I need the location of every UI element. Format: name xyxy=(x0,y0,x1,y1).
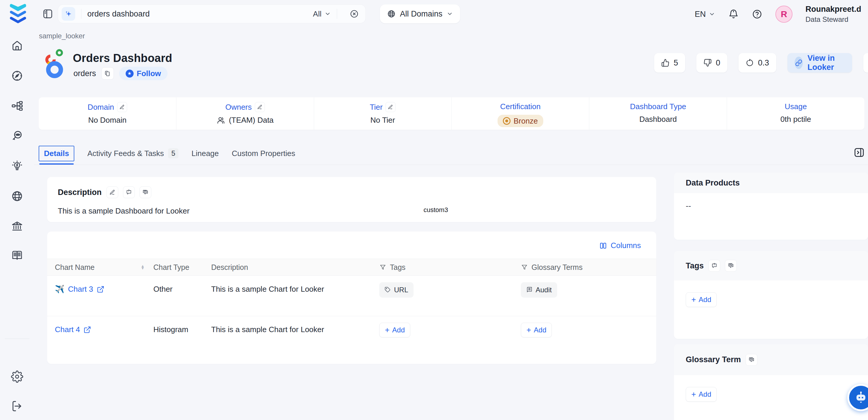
domain-label[interactable]: Domain xyxy=(88,102,114,112)
insights-bulb-icon[interactable] xyxy=(11,160,23,172)
user-info[interactable]: Rounakpreet.d Data Steward xyxy=(805,4,861,24)
home-icon[interactable] xyxy=(11,39,23,52)
tab-custom-properties[interactable]: Custom Properties xyxy=(232,149,295,158)
team-icon xyxy=(216,116,225,125)
certification-label[interactable]: Certification xyxy=(500,102,540,111)
owners-value[interactable]: (TEAM) Data xyxy=(229,116,274,125)
all-domains-label: All Domains xyxy=(400,9,442,19)
external-link-icon[interactable] xyxy=(97,286,104,293)
tag-pill-url[interactable]: URL xyxy=(379,282,413,298)
add-term-button[interactable]: + Add xyxy=(521,323,552,337)
discover-compass-icon[interactable] xyxy=(11,69,23,82)
meta-tier: Tier No Tier xyxy=(314,97,452,130)
more-actions-button[interactable]: ⋮ xyxy=(863,53,868,72)
follow-button[interactable]: ★ Follow xyxy=(119,67,167,80)
suggestions-bubbles-icon[interactable] xyxy=(140,186,151,198)
plus-icon: + xyxy=(385,326,390,335)
observe-search-eye-icon[interactable] xyxy=(11,130,23,142)
certification-badge[interactable]: Bronze xyxy=(498,115,543,127)
external-link-icon[interactable] xyxy=(84,326,91,334)
top-navigation-bar: orders dashboard All All Domains EN xyxy=(0,0,868,28)
filter-icon xyxy=(521,264,528,271)
downvote-button[interactable]: 0 xyxy=(696,53,727,72)
upvote-count: 5 xyxy=(674,58,678,67)
owners-label[interactable]: Owners xyxy=(225,102,252,112)
sort-icon[interactable]: ▲▼ xyxy=(141,265,145,270)
copy-icon[interactable] xyxy=(101,67,114,80)
view-in-looker-button[interactable]: View in Looker xyxy=(787,53,852,72)
suggestions-bubbles-icon[interactable] xyxy=(746,354,757,366)
kebab-icon: ⋮ xyxy=(866,57,868,68)
breadcrumb[interactable]: sample_looker xyxy=(39,32,85,40)
tab-details[interactable]: Details xyxy=(39,146,74,161)
edit-owners-icon[interactable] xyxy=(255,102,265,112)
tab-bar: Details Activity Feeds & Tasks 5 Lineage… xyxy=(39,144,295,162)
ai-sparkle-icon[interactable] xyxy=(62,7,75,21)
chevron-down-icon xyxy=(446,11,453,17)
term-label: Audit xyxy=(536,286,552,294)
chart-type-cell: Histogram xyxy=(153,316,211,357)
tab-activity-feeds[interactable]: Activity Feeds & Tasks 5 xyxy=(87,148,179,158)
help-icon[interactable] xyxy=(752,9,763,20)
meta-certification: Certification Bronze xyxy=(452,97,589,130)
avatar-initial: R xyxy=(781,9,787,19)
dashboard-type-value: Dashboard xyxy=(640,115,677,124)
language-selector[interactable]: EN xyxy=(694,10,715,19)
col-tags[interactable]: Tags xyxy=(379,263,521,272)
collapse-panel-icon[interactable] xyxy=(853,147,865,158)
chart-name-header: Chart Name xyxy=(55,263,95,272)
logout-icon[interactable] xyxy=(11,400,23,412)
popularity-score-button[interactable]: 0.3 xyxy=(739,53,776,72)
glossary-term-section: Glossary Term + Add xyxy=(674,344,868,420)
notifications-bell-icon[interactable] xyxy=(728,9,739,20)
divider xyxy=(81,9,82,19)
meta-dashboard-type: Dashboard Type Dashboard xyxy=(589,97,727,130)
edit-description-icon[interactable] xyxy=(106,186,118,198)
asset-subtitle: orders xyxy=(73,69,96,78)
tier-label[interactable]: Tier xyxy=(370,102,383,112)
usage-label[interactable]: Usage xyxy=(784,102,807,111)
robot-icon xyxy=(854,390,868,404)
term-pill-audit[interactable]: Audit xyxy=(521,282,557,298)
chart-3-link[interactable]: ✈️ Chart 3 xyxy=(55,284,104,294)
sidebar-toggle-icon[interactable] xyxy=(42,8,53,20)
star-icon: ★ xyxy=(126,69,134,78)
upvote-button[interactable]: 5 xyxy=(654,53,685,72)
question-bubble-icon[interactable]: ? xyxy=(708,260,720,272)
governance-bank-icon[interactable] xyxy=(11,220,23,233)
domain-value: No Domain xyxy=(88,116,127,125)
atlan-logo[interactable] xyxy=(9,3,27,24)
settings-gear-icon[interactable] xyxy=(11,370,23,383)
all-domains-filter[interactable]: All Domains xyxy=(380,4,460,23)
search-scope-dropdown[interactable]: All xyxy=(313,9,331,19)
lineage-graph-icon[interactable] xyxy=(11,100,23,112)
add-label: Add xyxy=(392,326,405,334)
suggestions-bubbles-icon[interactable] xyxy=(725,260,737,272)
col-glossary-terms[interactable]: Glossary Terms xyxy=(521,263,656,272)
question-bubble-icon[interactable]: ? xyxy=(123,186,135,198)
col-chart-name[interactable]: Chart Name ▲▼ xyxy=(47,263,153,272)
description-title: Description xyxy=(58,188,102,197)
chart-4-link[interactable]: Chart 4 xyxy=(55,325,91,334)
edit-domain-icon[interactable] xyxy=(117,102,127,112)
domains-globe-icon[interactable] xyxy=(11,190,23,202)
add-tag-button[interactable]: + Add xyxy=(379,323,410,337)
glossary-book-icon[interactable] xyxy=(11,249,23,262)
sidebar-divider xyxy=(5,338,30,339)
meta-usage: Usage 0th pctile xyxy=(727,97,864,130)
col-description[interactable]: Description xyxy=(211,263,379,272)
table-row: Chart 4 Histogram This is a sample Chart… xyxy=(47,316,656,357)
col-chart-type[interactable]: Chart Type xyxy=(153,263,211,272)
add-tag-button[interactable]: + Add xyxy=(686,292,717,307)
user-avatar[interactable]: R xyxy=(775,6,793,23)
columns-button[interactable]: Columns xyxy=(599,241,641,250)
search-input[interactable]: orders dashboard xyxy=(87,9,313,19)
add-glossary-term-button[interactable]: + Add xyxy=(686,387,717,402)
dashboard-type-label[interactable]: Dashboard Type xyxy=(630,102,686,111)
looker-logo xyxy=(43,49,66,78)
table-row: ✈️ Chart 3 Other This is a sample Chart … xyxy=(47,276,656,316)
edit-tier-icon[interactable] xyxy=(385,102,396,112)
global-search-bar[interactable]: orders dashboard All xyxy=(58,4,366,23)
tab-lineage[interactable]: Lineage xyxy=(191,149,219,158)
clear-search-icon[interactable] xyxy=(349,9,359,19)
